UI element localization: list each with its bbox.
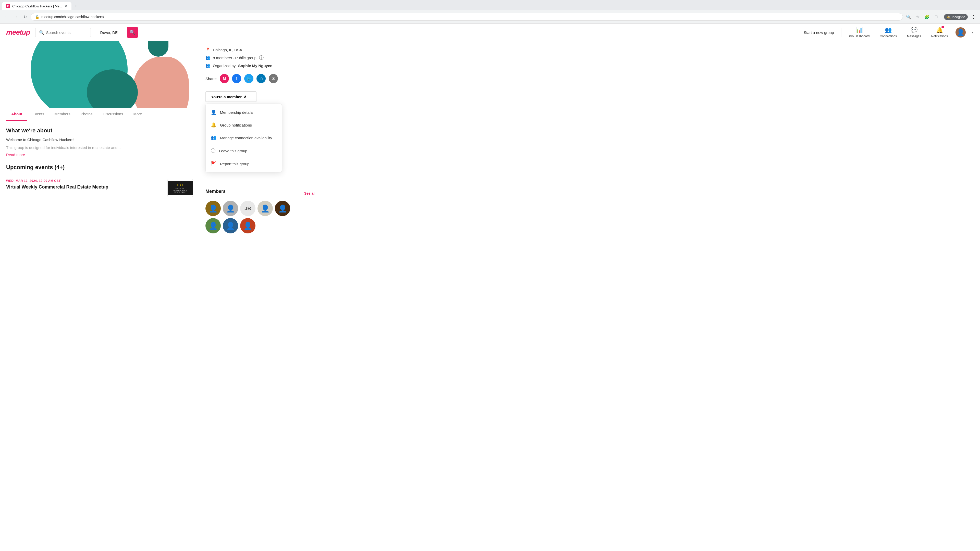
tab-close-button[interactable]: ✕ bbox=[64, 4, 67, 8]
location-text: Chicago, IL, USA bbox=[213, 48, 242, 52]
search-button[interactable]: 🔍 bbox=[127, 27, 138, 38]
search-icon: 🔍 bbox=[39, 30, 44, 35]
sidebar-info: 📍 Chicago, IL, USA 👥 8 members · Public … bbox=[205, 48, 315, 233]
incognito-icon: 🕵️ bbox=[947, 15, 951, 19]
connections-label: Connections bbox=[880, 35, 897, 38]
search-page-button[interactable]: 🔍 bbox=[905, 13, 912, 21]
fire-badge: FIRE FINANCIAL INDEPENDENCE, RETIRE EARL… bbox=[168, 181, 192, 195]
main-content: About Events Members Photos Discussions … bbox=[0, 41, 980, 240]
tab-more[interactable]: More bbox=[128, 108, 147, 121]
new-tab-button[interactable]: + bbox=[73, 3, 80, 10]
location-selector[interactable]: Dover, DE bbox=[96, 28, 122, 37]
bookmark-button[interactable]: ☆ bbox=[914, 13, 921, 21]
manage-connections-icon: 👥 bbox=[211, 135, 216, 141]
avatar-image-6: 👤 bbox=[209, 222, 218, 230]
member-avatar-3[interactable]: JB bbox=[240, 201, 256, 216]
search-input[interactable] bbox=[46, 30, 87, 35]
group-notifications-label: Group notifications bbox=[220, 123, 252, 127]
hero-top-shape bbox=[148, 41, 169, 57]
user-avatar-image: 👤 bbox=[957, 29, 964, 36]
event-card: WED, MAR 13, 2024, 12:00 AM CST Virtual … bbox=[6, 175, 193, 197]
share-facebook-button[interactable]: f bbox=[232, 74, 241, 83]
event-info: WED, MAR 13, 2024, 12:00 AM CST Virtual … bbox=[6, 179, 163, 190]
refresh-button[interactable]: ↻ bbox=[21, 13, 29, 21]
tab-discussions[interactable]: Discussions bbox=[97, 108, 128, 121]
connections-nav[interactable]: 👥 Connections bbox=[877, 27, 899, 38]
member-status-label: You're a member bbox=[211, 95, 242, 99]
event-title[interactable]: Virtual Weekly Commercial Real Estate Me… bbox=[6, 184, 163, 190]
lock-icon: 🔒 bbox=[35, 15, 39, 19]
read-more-link[interactable]: Read more bbox=[6, 152, 193, 157]
avatar-image-7: 👤 bbox=[226, 222, 235, 230]
browser-chrome: M Chicago Cashflow Hackers | Me... ✕ + ←… bbox=[0, 0, 980, 24]
tab-members[interactable]: Members bbox=[49, 108, 76, 121]
dropdown-manage-connections[interactable]: 👥 Manage connection availability bbox=[206, 131, 282, 144]
search-bar[interactable]: 🔍 bbox=[35, 28, 91, 37]
share-linkedin-button[interactable]: in bbox=[256, 74, 266, 83]
incognito-badge: 🕵️ Incognito bbox=[944, 14, 968, 20]
organized-row: 👥 Organized by Sophie My Nguyen bbox=[205, 63, 315, 68]
extensions-button[interactable]: 🧩 bbox=[923, 13, 931, 21]
dropdown-membership-details[interactable]: 👤 Membership details bbox=[206, 106, 282, 119]
fire-subtitle: FINANCIAL INDEPENDENCE, RETIRE EARLY bbox=[170, 188, 191, 193]
member-status-button[interactable]: You're a member ∧ bbox=[205, 91, 256, 102]
member-avatar-6[interactable]: 👤 bbox=[205, 218, 221, 233]
back-button[interactable]: ← bbox=[3, 13, 10, 21]
members-row: 👥 8 members · Public group ⓘ bbox=[205, 55, 315, 61]
member-avatar-7[interactable]: 👤 bbox=[223, 218, 238, 233]
browser-controls: ← → ↻ 🔒 meetup.com/chicago-cashflow-hack… bbox=[0, 10, 980, 24]
location-pin-icon: 📍 bbox=[205, 48, 210, 52]
messages-nav[interactable]: 💬 Messages bbox=[904, 27, 924, 38]
share-row: Share: M f 🐦 in ✉ bbox=[205, 74, 315, 83]
info-icon[interactable]: ⓘ bbox=[259, 55, 264, 61]
avatar-row-2: 👤 👤 👤 bbox=[205, 218, 315, 233]
tab-photos[interactable]: Photos bbox=[76, 108, 98, 121]
meetup-logo[interactable]: meetup bbox=[6, 28, 30, 37]
dropdown-group-notifications[interactable]: 🔔 Group notifications bbox=[206, 119, 282, 131]
location-row: 📍 Chicago, IL, USA bbox=[205, 48, 315, 52]
start-new-group-link[interactable]: Start a new group bbox=[803, 30, 834, 35]
share-label: Share: bbox=[205, 76, 217, 81]
share-email-button[interactable]: ✉ bbox=[269, 74, 278, 83]
avatar-image-5: 👤 bbox=[278, 204, 287, 213]
profile-button[interactable]: □ bbox=[932, 13, 940, 21]
share-twitter-button[interactable]: 🐦 bbox=[244, 74, 253, 83]
avatar-image-2: 👤 bbox=[226, 204, 235, 213]
active-tab[interactable]: M Chicago Cashflow Hackers | Me... ✕ bbox=[2, 2, 72, 10]
address-bar[interactable]: 🔒 meetup.com/chicago-cashflow-hackers/ bbox=[30, 13, 903, 21]
notifications-label: Notifications bbox=[931, 35, 948, 38]
report-group-label: Report this group bbox=[220, 162, 249, 166]
event-date: WED, MAR 13, 2024, 12:00 AM CST bbox=[6, 179, 163, 183]
members-section-title: Members bbox=[205, 189, 226, 194]
member-avatar-5[interactable]: 👤 bbox=[275, 201, 290, 216]
share-meetup-button[interactable]: M bbox=[220, 74, 229, 83]
forward-button[interactable]: → bbox=[12, 13, 19, 21]
user-avatar-button[interactable]: 👤 bbox=[956, 27, 966, 38]
avatar-chevron-icon: ▼ bbox=[971, 30, 974, 34]
dropdown-report-group[interactable]: 🚩 Report this group bbox=[206, 157, 282, 170]
right-sidebar: 📍 Chicago, IL, USA 👥 8 members · Public … bbox=[199, 41, 321, 240]
tab-events[interactable]: Events bbox=[27, 108, 49, 121]
dropdown-leave-group[interactable]: ⓘ Leave this group bbox=[206, 144, 282, 157]
member-avatar-8[interactable]: 👤 bbox=[240, 218, 256, 233]
organizer-name[interactable]: Sophie My Nguyen bbox=[238, 64, 272, 68]
what-were-about-title: What we're about bbox=[6, 127, 193, 134]
tabs-bar: About Events Members Photos Discussions … bbox=[0, 108, 199, 121]
members-section: Members See all 👤 👤 JB 👤 👤 bbox=[205, 189, 315, 233]
member-avatar-2[interactable]: 👤 bbox=[223, 201, 238, 216]
dropdown-menu: 👤 Membership details 🔔 Group notificatio… bbox=[205, 103, 282, 172]
nav-divider bbox=[841, 28, 842, 37]
person-icon: 👤 bbox=[211, 110, 216, 115]
hero-image bbox=[0, 41, 199, 108]
event-image: FIRE FINANCIAL INDEPENDENCE, RETIRE EARL… bbox=[167, 179, 193, 197]
pro-dashboard-nav[interactable]: 📊 Pro Dashboard bbox=[846, 27, 872, 38]
notifications-nav[interactable]: 🔔 Notifications bbox=[929, 27, 950, 38]
see-all-link[interactable]: See all bbox=[304, 191, 315, 195]
members-icon: 👥 bbox=[205, 56, 210, 60]
member-avatar-1[interactable]: 👤 bbox=[205, 201, 221, 216]
member-avatar-4[interactable]: 👤 bbox=[258, 201, 273, 216]
browser-tabs: M Chicago Cashflow Hackers | Me... ✕ + bbox=[0, 0, 980, 10]
tab-about[interactable]: About bbox=[6, 108, 27, 121]
more-options-button[interactable]: ⋮ bbox=[970, 13, 977, 21]
incognito-label: Incognito bbox=[952, 15, 965, 19]
